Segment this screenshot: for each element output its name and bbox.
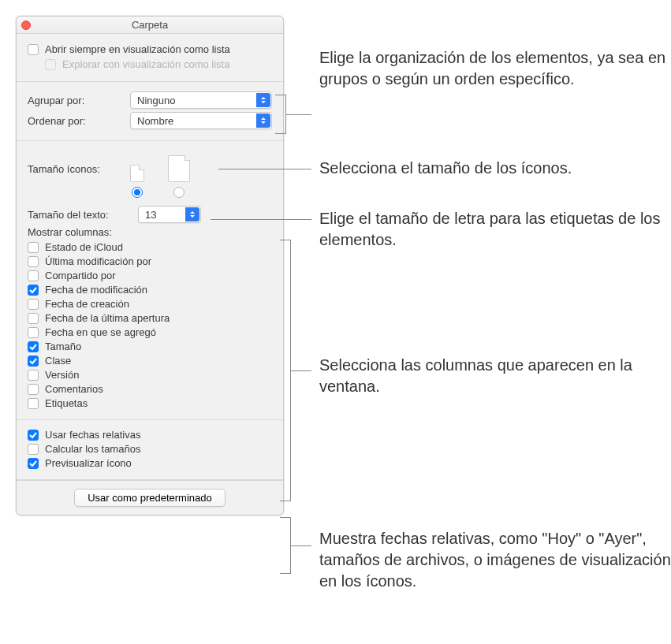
bottom-options-list: Usar fechas relativasCalcular los tamaño… bbox=[28, 429, 272, 469]
chevron-updown-icon bbox=[256, 114, 270, 128]
column-option-checkbox[interactable] bbox=[28, 341, 39, 352]
column-option-label: Fecha de la última apertura bbox=[45, 312, 170, 324]
close-icon[interactable] bbox=[21, 20, 31, 30]
column-option-label: Versión bbox=[45, 369, 79, 381]
select-sort-by-value: Nombre bbox=[137, 115, 173, 127]
callout-lead bbox=[286, 114, 311, 115]
select-text-size-value: 13 bbox=[145, 209, 156, 221]
label-text-size: Tamaño del texto: bbox=[28, 209, 138, 221]
callout-lead bbox=[291, 545, 311, 546]
bottom-option-label: Previsualizar ícono bbox=[45, 457, 132, 469]
column-option-checkbox[interactable] bbox=[28, 384, 39, 395]
select-group-by[interactable]: Ninguno bbox=[130, 91, 272, 109]
callout-text-organization: Elige la organización de los elementos, … bbox=[319, 47, 671, 90]
grouping-section: Agrupar por: Ninguno Ordenar por: Nombre bbox=[17, 82, 283, 141]
top-section: Abrir siempre en visualización como list… bbox=[17, 34, 283, 82]
callout-bracket bbox=[275, 95, 286, 134]
select-group-by-value: Ninguno bbox=[137, 95, 175, 106]
column-option-checkbox[interactable] bbox=[28, 398, 39, 409]
bottom-option-checkbox[interactable] bbox=[28, 444, 39, 455]
callout-text-text-size: Elige el tamaño de letra para las etique… bbox=[319, 208, 671, 251]
bottom-option-label: Usar fechas relativas bbox=[45, 429, 140, 441]
chevron-updown-icon bbox=[256, 93, 270, 107]
column-option-label: Clase bbox=[45, 355, 71, 367]
column-option-label: Fecha de modificación bbox=[45, 284, 147, 296]
column-option-checkbox[interactable] bbox=[28, 285, 39, 296]
callout-lead bbox=[291, 370, 311, 371]
column-option-label: Compartido por bbox=[45, 270, 116, 281]
callout-text-icon-size: Selecciona el tamaño de los íconos. bbox=[319, 158, 671, 179]
column-option-checkbox[interactable] bbox=[28, 327, 39, 338]
label-show-columns: Mostrar columnas: bbox=[28, 226, 272, 238]
column-option-label: Última modificación por bbox=[45, 255, 151, 267]
label-browse-list: Explorar con visualización como lista bbox=[62, 58, 229, 70]
titlebar: Carpeta bbox=[17, 17, 283, 34]
column-option-checkbox[interactable] bbox=[28, 299, 39, 310]
column-option-checkbox[interactable] bbox=[28, 242, 39, 253]
column-option-checkbox[interactable] bbox=[28, 313, 39, 324]
bottom-section: Usar fechas relativasCalcular los tamaño… bbox=[17, 420, 283, 480]
label-sort-by: Ordenar por: bbox=[28, 115, 130, 127]
bottom-option-checkbox[interactable] bbox=[28, 458, 39, 469]
label-group-by: Agrupar por: bbox=[28, 95, 130, 106]
callout-text-columns: Selecciona las columnas que aparecen en … bbox=[319, 355, 671, 397]
column-option-label: Fecha en que se agregó bbox=[45, 326, 156, 338]
use-as-default-button[interactable]: Usar como predeterminado bbox=[74, 489, 226, 507]
chevron-updown-icon bbox=[185, 207, 199, 221]
column-option-checkbox[interactable] bbox=[28, 370, 39, 381]
label-icon-size: Tamaño íconos: bbox=[28, 151, 130, 175]
column-option-checkbox[interactable] bbox=[28, 256, 39, 267]
radio-icon-small[interactable] bbox=[132, 187, 143, 198]
checkbox-always-list[interactable] bbox=[28, 44, 39, 55]
checkbox-browse-list bbox=[45, 59, 56, 70]
label-always-list: Abrir siempre en visualización como list… bbox=[45, 43, 230, 55]
callout-lead bbox=[211, 219, 311, 220]
column-option-label: Etiquetas bbox=[45, 397, 88, 409]
callout-text-bottom: Muestra fechas relativas, como "Hoy" o "… bbox=[319, 528, 671, 592]
view-options-panel: Carpeta Abrir siempre en visualización c… bbox=[16, 16, 284, 516]
footer: Usar como predeterminado bbox=[17, 480, 283, 515]
select-sort-by[interactable]: Nombre bbox=[130, 112, 272, 129]
bottom-option-label: Calcular los tamaños bbox=[45, 443, 140, 455]
callout-lead bbox=[218, 169, 311, 169]
column-option-checkbox[interactable] bbox=[28, 270, 39, 281]
column-option-checkbox[interactable] bbox=[28, 356, 39, 367]
callout-bracket bbox=[280, 240, 291, 501]
column-option-label: Fecha de creación bbox=[45, 298, 129, 310]
callout-bracket bbox=[280, 517, 291, 574]
column-option-label: Comentarios bbox=[45, 383, 103, 395]
document-icon bbox=[130, 165, 144, 182]
appearance-section: Tamaño íconos: Tamaño del texto: 13 bbox=[17, 141, 283, 420]
document-icon bbox=[168, 155, 190, 182]
columns-list: Estado de iCloudÚltima modificación porC… bbox=[28, 241, 272, 409]
bottom-option-checkbox[interactable] bbox=[28, 430, 39, 441]
column-option-label: Tamaño bbox=[45, 341, 81, 352]
radio-icon-large[interactable] bbox=[173, 187, 185, 198]
window-title: Carpeta bbox=[132, 19, 168, 31]
column-option-label: Estado de iCloud bbox=[45, 241, 123, 253]
select-text-size[interactable]: 13 bbox=[138, 206, 201, 223]
